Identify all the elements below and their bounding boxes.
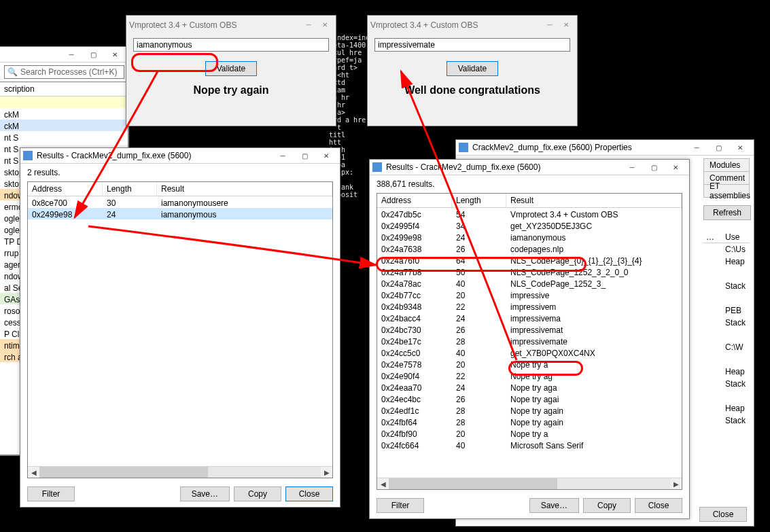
scroll-right-icon[interactable]: ▶ [321, 467, 332, 478]
close-button[interactable]: ✕ [665, 160, 686, 175]
close-button[interactable]: ✕ [558, 18, 574, 32]
minimize-button[interactable]: ─ [60, 48, 82, 62]
minimize-button[interactable]: ─ [272, 149, 294, 163]
table-row[interactable]: 0x24fc66440Microsoft Sans Serif [377, 439, 682, 450]
scroll-left-icon[interactable]: ◀ [377, 478, 389, 489]
minimize-button[interactable]: ─ [300, 18, 317, 32]
close-button[interactable]: ✕ [315, 149, 337, 163]
col-header-length[interactable]: Length [452, 194, 506, 207]
table-row[interactable]: 0x24a763826codepages.nlp [377, 243, 682, 254]
table-row[interactable]: 0x2499e9824iamanonymous [28, 208, 332, 219]
table-row[interactable]: 0x8ce70030iamanonymousere [28, 196, 332, 208]
table-row[interactable]: 0x24ec4bc26Nope try agai [377, 393, 682, 404]
col-header-result[interactable]: Result [506, 194, 682, 207]
scroll-right-icon[interactable]: ▶ [670, 478, 682, 489]
results-table: Address Length Result 0x8ce70030iamanony… [27, 181, 333, 478]
close-button[interactable]: ✕ [104, 48, 126, 62]
validate-button[interactable]: Validate [205, 61, 257, 76]
table-row[interactable]: 0x24bacc424impressivema [377, 312, 682, 323]
close-button[interactable]: Close [285, 486, 333, 501]
list-item[interactable] [0, 96, 128, 108]
close-button[interactable]: Close [635, 498, 682, 513]
list-item[interactable]: ckM [0, 108, 128, 120]
table-row[interactable]: 0x24a78ac40NLS_CodePage_1252_3_ [377, 277, 682, 289]
col-header-address[interactable]: Address [377, 194, 452, 207]
filter-button[interactable]: Filter [377, 498, 424, 513]
list-item[interactable] [703, 292, 750, 304]
app-icon [459, 143, 468, 152]
result-message: Well done congratulations [374, 84, 570, 96]
list-item[interactable]: PEB [703, 304, 750, 317]
table-row[interactable]: 0x24e757820Nope try a [377, 358, 682, 370]
maximize-button[interactable]: ▢ [82, 48, 104, 62]
list-item[interactable]: Heap [703, 402, 750, 414]
table-row[interactable]: 0x24995f434get_XY2350D5EJ3GC [377, 219, 682, 231]
list-item[interactable]: Stack [703, 414, 750, 427]
table-row[interactable]: 0x24bc73026impressivemat [377, 323, 682, 335]
table-row[interactable]: 0x24eaa7024Nope try aga [377, 381, 682, 393]
list-item[interactable] [703, 268, 750, 280]
maximize-button[interactable]: ▢ [294, 149, 315, 163]
horizontal-scrollbar[interactable]: ◀ ▶ [377, 478, 682, 489]
table-row[interactable]: 0x24fbf6428Nope try again [377, 416, 682, 427]
list-item[interactable]: Stack [703, 317, 750, 329]
col-header-address[interactable]: Address [28, 182, 103, 196]
list-item[interactable]: C:\W [703, 341, 750, 353]
table-row[interactable]: 0x2499e9824iamanonymous [377, 231, 682, 243]
table-row[interactable]: 0x24b77cc20impressive [377, 289, 682, 300]
table-row[interactable]: 0x24fbf9020Nope try a [377, 427, 682, 439]
table-row[interactable]: 0x247db5c54Vmprotect 3.4 + Custom OBS [377, 208, 682, 219]
table-row[interactable]: 0x24be17c28impressivemate [377, 335, 682, 347]
list-item[interactable]: ckM [0, 120, 128, 131]
list-item[interactable]: Stack [703, 280, 750, 292]
list-item[interactable]: C:\Us [703, 243, 750, 255]
minimize-button[interactable]: ─ [621, 160, 643, 175]
close-button[interactable]: ✕ [317, 18, 333, 32]
window-title: Results - CrackMev2_dump_fix.exe (5600) [386, 162, 621, 172]
tab-net-assemblies[interactable]: ET assemblies [703, 184, 750, 198]
validate-button[interactable]: Validate [447, 61, 498, 76]
vmprotect-window-1: Vmprotect 3.4 + Custom OBS ─✕ iamanonymo… [126, 15, 336, 126]
refresh-button[interactable]: Refresh [703, 205, 751, 220]
list-item[interactable]: Heap [703, 366, 750, 378]
table-row[interactable]: 0x24a77b850NLS_CodePage_1252_3_2_0_0 [377, 266, 682, 277]
app-icon [372, 162, 382, 172]
scroll-left-icon[interactable]: ◀ [28, 467, 39, 478]
tab-modules[interactable]: Modules [703, 158, 750, 172]
maximize-button[interactable]: ▢ [643, 160, 665, 175]
col-header-length[interactable]: Length [103, 182, 157, 196]
minimize-button[interactable]: ─ [686, 141, 707, 155]
password-input[interactable]: impressivemate [374, 38, 570, 52]
filter-button[interactable]: Filter [27, 486, 75, 501]
list-item[interactable]: nt S [0, 131, 128, 143]
table-row[interactable]: 0x24b934822impressivem [377, 300, 682, 312]
list-item[interactable]: Heap [703, 255, 750, 268]
password-input[interactable]: iamanonymous [133, 38, 329, 52]
close-button[interactable]: Close [699, 507, 747, 522]
titlebar: ─ ▢ ✕ [0, 47, 128, 63]
col-header-result[interactable]: Result [157, 182, 332, 196]
list-item[interactable] [703, 390, 750, 402]
app-icon [23, 151, 33, 160]
close-button[interactable]: ✕ [729, 141, 751, 155]
table-row[interactable]: 0x24edf1c28Nope try again [377, 404, 682, 416]
table-row[interactable]: 0x24cc5c040get_X7B0PQX0XC4NX [377, 347, 682, 358]
results-window-1: Results - CrackMev2_dump_fix.exe (5600) … [20, 147, 340, 508]
table-row[interactable]: 0x24a76f064NLS_CodePage_{0}_{1}_{2}_{3}_… [377, 254, 682, 266]
results-count: 2 results. [27, 168, 333, 177]
copy-button[interactable]: Copy [234, 486, 281, 501]
save-button[interactable]: Save… [180, 486, 230, 501]
window-title: Results - CrackMev2_dump_fix.exe (5600) [37, 151, 272, 160]
minimize-button[interactable]: ─ [542, 18, 558, 32]
copy-button[interactable]: Copy [583, 498, 631, 513]
vmprotect-window-2: Vmprotect 3.4 + Custom OBS ─✕ impressive… [367, 15, 578, 126]
table-row[interactable]: 0x24e90f422Nope try ag [377, 370, 682, 381]
maximize-button[interactable]: ▢ [707, 141, 729, 155]
list-item[interactable]: Stack [703, 378, 750, 390]
horizontal-scrollbar[interactable]: ◀ ▶ [28, 466, 332, 478]
save-button[interactable]: Save… [529, 498, 579, 513]
col-header-description[interactable]: scription [0, 82, 128, 96]
search-input[interactable]: 🔍 Search Processes (Ctrl+K) [4, 65, 124, 79]
list-item[interactable] [703, 353, 750, 366]
list-item[interactable] [703, 329, 750, 341]
